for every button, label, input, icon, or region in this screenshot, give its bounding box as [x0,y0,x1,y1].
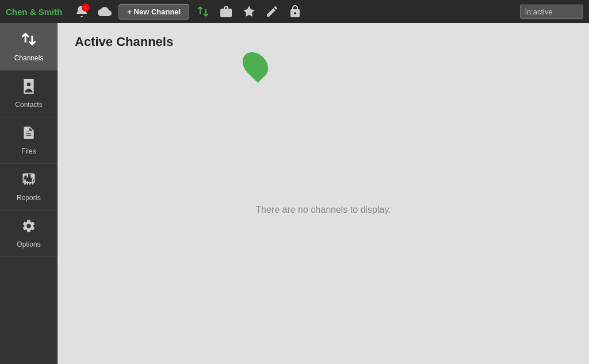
cloud-button[interactable] [95,2,114,21]
notifications-button[interactable]: 1 [72,2,91,21]
sidebar-item-reports[interactable]: Reports [0,164,58,210]
sidebar-item-contacts[interactable]: Contacts [0,71,58,117]
sidebar-reports-label: Reports [17,194,41,202]
sidebar-item-channels[interactable]: Channels [0,23,58,71]
svg-rect-2 [27,181,28,184]
svg-rect-1 [24,179,25,185]
content-header: Active Channels [58,23,589,55]
page-title: Active Channels [75,35,572,49]
search-input[interactable] [520,5,583,19]
transfer-button[interactable] [194,2,212,21]
cloud-icon [98,5,112,18]
brand-logo: Chen & Smith [6,7,62,17]
new-channel-button[interactable]: + New Channel [118,4,189,20]
sidebar-files-label: Files [21,147,36,155]
empty-channels-message: There are no channels to display. [255,205,391,215]
transfer-icon [196,5,210,18]
channels-icon [21,31,37,51]
star-button[interactable] [240,2,258,21]
contacts-icon [21,79,36,97]
brand-part2: Smith [39,7,63,17]
briefcase-button[interactable] [217,2,235,21]
brand-part1: Chen & [6,7,39,17]
sidebar-item-files[interactable]: Files [0,117,58,164]
lock-icon [288,5,302,18]
header: Chen & Smith 1 + New Channel [0,0,589,23]
reports-icon [21,172,36,190]
edit-button[interactable] [263,2,281,21]
svg-rect-4 [32,178,33,185]
sidebar-options-label: Options [17,240,40,248]
files-icon [21,125,36,144]
content-body: There are no channels to display. [58,55,589,364]
svg-rect-3 [29,182,30,184]
main-layout: Channels Contacts Files [0,23,589,364]
star-icon [242,5,256,18]
sidebar-channels-label: Channels [14,54,44,62]
lock-button[interactable] [286,2,304,21]
options-icon [21,219,36,237]
sidebar: Channels Contacts Files [0,23,58,364]
sidebar-item-options[interactable]: Options [0,210,58,257]
sidebar-contacts-label: Contacts [15,101,42,109]
edit-icon [265,5,279,18]
content-area: Active Channels There are no channels to… [58,23,589,364]
briefcase-icon [219,5,233,18]
